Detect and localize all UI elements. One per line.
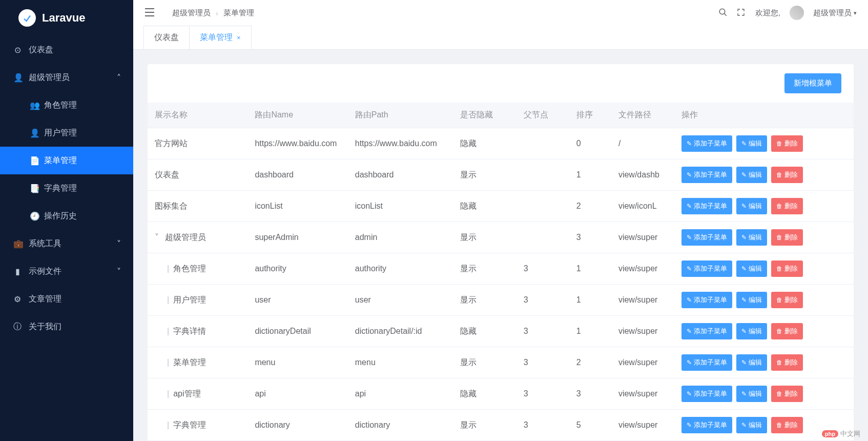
tab-0[interactable]: 仪表盘	[143, 26, 190, 49]
edit-button[interactable]: ✎编辑	[736, 292, 767, 308]
edit-button[interactable]: ✎编辑	[736, 354, 767, 371]
breadcrumb-item[interactable]: 超级管理员	[172, 8, 211, 18]
sidebar-item-label: 字典管理	[44, 183, 77, 194]
col-route-name: 路由Name	[247, 103, 347, 128]
sidebar-item-9[interactable]: ⚙文章管理	[0, 285, 133, 313]
delete-button[interactable]: 🗑删除	[771, 354, 803, 371]
sidebar-item-label: 角色管理	[44, 100, 77, 111]
sidebar-item-4[interactable]: 📄菜单管理	[0, 147, 133, 174]
edit-button[interactable]: ✎编辑	[736, 323, 767, 339]
pencil-icon: ✎	[741, 203, 747, 210]
sidebar-item-label: 系统工具	[29, 238, 61, 249]
add-root-menu-button[interactable]: 新增根菜单	[784, 73, 841, 93]
button-label: 删除	[784, 202, 798, 211]
sidebar-item-label: 示例文件	[29, 266, 61, 277]
sidebar-item-1[interactable]: 👤超级管理员˄	[0, 64, 133, 91]
cell-route-name: superAdmin	[247, 222, 347, 253]
main-area: 超级管理员 › 菜单管理 欢迎您, 超级管理员 ▾ 仪表盘菜单管理× 新增根菜单	[133, 0, 868, 441]
cell-file-path: view/dashb	[611, 159, 674, 191]
cell-file-path: view/super	[611, 222, 674, 253]
cell-hidden: 显示	[453, 410, 516, 441]
add-child-button[interactable]: ✎添加子菜单	[681, 386, 732, 402]
chevron-down-icon[interactable]: ˅	[155, 232, 162, 242]
delete-button[interactable]: 🗑删除	[771, 386, 803, 402]
sidebar-item-10[interactable]: ⓘ关于我们	[0, 313, 133, 340]
add-child-button[interactable]: ✎添加子菜单	[681, 260, 732, 277]
delete-button[interactable]: 🗑删除	[771, 229, 803, 246]
add-child-button[interactable]: ✎添加子菜单	[681, 229, 732, 246]
tab-1[interactable]: 菜单管理×	[189, 26, 252, 49]
sidebar-item-0[interactable]: ⊙仪表盘	[0, 36, 133, 64]
edit-button[interactable]: ✎编辑	[736, 135, 767, 152]
cell-route-name: dashboard	[247, 159, 347, 191]
add-child-button[interactable]: ✎添加子菜单	[681, 135, 732, 152]
cell-sort: 1	[569, 316, 611, 347]
sidebar-item-5[interactable]: 📑字典管理	[0, 174, 133, 202]
cell-sort: 1	[569, 285, 611, 316]
delete-button[interactable]: 🗑删除	[771, 260, 803, 277]
edit-button[interactable]: ✎编辑	[736, 260, 767, 277]
add-child-button[interactable]: ✎添加子菜单	[681, 417, 732, 433]
col-hidden: 是否隐藏	[453, 103, 516, 128]
trash-icon: 🗑	[776, 265, 782, 272]
tree-bar-icon: |	[167, 389, 169, 398]
sidebar-item-label: 操作历史	[44, 211, 77, 222]
cell-display-name: |api管理	[148, 378, 247, 410]
search-icon[interactable]	[718, 8, 728, 18]
edit-button[interactable]: ✎编辑	[736, 386, 767, 402]
close-icon[interactable]: ×	[237, 34, 241, 42]
cell-hidden: 隐藏	[453, 316, 516, 347]
pencil-icon: ✎	[741, 390, 747, 397]
user-menu[interactable]: 超级管理员 ▾	[813, 8, 857, 18]
delete-button[interactable]: 🗑删除	[771, 135, 803, 152]
delete-button[interactable]: 🗑删除	[771, 292, 803, 308]
cell-route-path: dictionaryDetail/:id	[348, 316, 453, 347]
delete-button[interactable]: 🗑删除	[771, 417, 803, 433]
add-child-button[interactable]: ✎添加子菜单	[681, 167, 732, 183]
table-row: 仪表盘dashboarddashboard显示1view/dashb✎添加子菜单…	[148, 159, 854, 191]
menu-item-icon: 👤	[30, 128, 38, 138]
cell-operation: ✎添加子菜单✎编辑🗑删除	[674, 253, 854, 285]
button-label: 编辑	[749, 420, 762, 430]
cell-route-path: admin	[348, 222, 453, 253]
card: 新增根菜单 展示名称 路由Name 路由Path 是否隐藏 父节点 排序 文件路…	[148, 64, 854, 441]
add-child-button[interactable]: ✎添加子菜单	[681, 354, 732, 371]
sidebar-item-label: 仪表盘	[29, 45, 53, 55]
button-label: 删除	[784, 295, 798, 305]
delete-button[interactable]: 🗑删除	[771, 167, 803, 183]
avatar[interactable]	[790, 6, 804, 20]
pencil-icon: ✎	[741, 359, 747, 366]
button-label: 添加子菜单	[694, 295, 727, 305]
sidebar-item-7[interactable]: 💼系统工具˅	[0, 230, 133, 257]
button-label: 添加子菜单	[694, 170, 727, 179]
trash-icon: 🗑	[776, 359, 782, 366]
sidebar-item-2[interactable]: 👥角色管理	[0, 91, 133, 119]
add-child-button[interactable]: ✎添加子菜单	[681, 292, 732, 308]
button-label: 编辑	[749, 202, 762, 211]
edit-button[interactable]: ✎编辑	[736, 167, 767, 183]
add-child-button[interactable]: ✎添加子菜单	[681, 323, 732, 339]
sidebar-item-8[interactable]: ▮示例文件˅	[0, 257, 133, 285]
sidebar-item-6[interactable]: 🕘操作历史	[0, 202, 133, 230]
delete-button[interactable]: 🗑删除	[771, 323, 803, 339]
cell-route-path: https://www.baidu.com	[348, 128, 453, 159]
trash-icon: 🗑	[776, 422, 782, 429]
cell-sort: 1	[569, 159, 611, 191]
logo-icon	[18, 9, 36, 27]
chevron-down-icon: ˅	[117, 267, 121, 276]
cell-file-path: view/iconL	[611, 191, 674, 222]
card-toolbar: 新增根菜单	[148, 64, 854, 103]
edit-button[interactable]: ✎编辑	[736, 198, 767, 214]
edit-button[interactable]: ✎编辑	[736, 229, 767, 246]
add-child-button[interactable]: ✎添加子菜单	[681, 198, 732, 214]
edit-button[interactable]: ✎编辑	[736, 417, 767, 433]
tree-bar-icon: |	[167, 295, 169, 305]
fullscreen-icon[interactable]	[737, 8, 746, 18]
table-row: |字典管理dictionarydictionary显示35view/super✎…	[148, 410, 854, 441]
delete-button[interactable]: 🗑删除	[771, 198, 803, 214]
hamburger-icon[interactable]	[144, 8, 156, 18]
table-wrap[interactable]: 展示名称 路由Name 路由Path 是否隐藏 父节点 排序 文件路径 操作 官…	[148, 103, 854, 441]
sidebar-item-3[interactable]: 👤用户管理	[0, 119, 133, 147]
cell-sort: 5	[569, 410, 611, 441]
menu-item-icon: ⊙	[13, 45, 22, 55]
